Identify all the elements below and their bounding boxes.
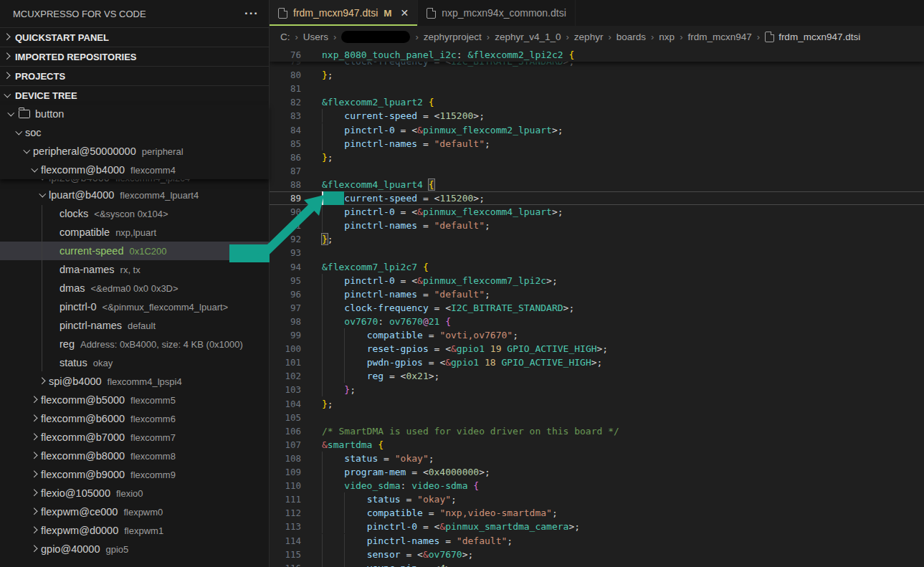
- tree-item-peripheral-50000000[interactable]: peripheral@50000000peripheral: [0, 142, 269, 161]
- line-number[interactable]: 113: [270, 521, 301, 532]
- tree-item-current-speed[interactable]: current-speed0x1C200: [0, 242, 269, 260]
- close-icon[interactable]: ✕: [401, 7, 409, 19]
- tree-item-gpio-40000[interactable]: gpio@40000gpio5: [0, 540, 269, 558]
- code-line-111[interactable]: 111 status = "okay";: [270, 492, 924, 506]
- tab-nxp_mcxn94x_common.dtsi[interactable]: nxp_mcxn94x_common.dtsi: [418, 0, 576, 26]
- code-line-109[interactable]: 109 program-mem = <0x4000000>;: [270, 465, 924, 479]
- code-line-82[interactable]: 82&flexcomm2_lpuart2 {: [270, 95, 924, 109]
- code-line-89[interactable]: 89 current-speed = <115200>;: [270, 191, 924, 205]
- code-line-90[interactable]: 90 pinctrl-0 = <&pinmux_flexcomm4_lpuart…: [270, 205, 924, 219]
- code-line-87[interactable]: 87: [270, 164, 924, 178]
- line-number[interactable]: 80: [270, 70, 301, 80]
- code-line-108[interactable]: 108 status = "okay";: [270, 452, 924, 465]
- tree-item-spi-b4000[interactable]: spi@b4000flexcomm4_lpspi4: [0, 372, 269, 391]
- breadcrumb-item[interactable]: boards: [616, 32, 646, 42]
- tree-item-pinctrl-0[interactable]: pinctrl-0<&pinmux_flexcomm4_lpuart>: [0, 297, 269, 316]
- section-header-projects[interactable]: PROJECTS: [0, 66, 269, 85]
- chevron-right-icon[interactable]: [29, 543, 41, 555]
- line-number[interactable]: 92: [270, 234, 301, 244]
- code-line-101[interactable]: 101 pwdn-gpios = <&gpio1 18 GPIO_ACTIVE_…: [270, 356, 924, 369]
- line-number[interactable]: 90: [270, 206, 301, 217]
- chevron-right-icon[interactable]: [37, 376, 49, 387]
- code-line-81[interactable]: 81: [270, 82, 924, 95]
- breadcrumb-item[interactable]: Users: [303, 32, 328, 42]
- code-line-105[interactable]: 105: [270, 411, 924, 424]
- tree-item-dma-names[interactable]: dma-namesrx, tx: [0, 260, 269, 279]
- code-line-80[interactable]: 80};: [270, 68, 924, 82]
- tree-item-pinctrl-names[interactable]: pinctrl-namesdefault: [0, 316, 269, 335]
- chevron-down-icon[interactable]: [37, 189, 49, 201]
- line-number[interactable]: 110: [270, 480, 301, 491]
- line-number[interactable]: 108: [270, 453, 301, 464]
- section-header-device-tree[interactable]: DEVICE TREE: [0, 85, 269, 105]
- line-number[interactable]: 85: [270, 138, 301, 149]
- code-line-94[interactable]: 94&flexcomm7_lpi2c7 {: [270, 260, 924, 274]
- chevron-down-icon[interactable]: [29, 164, 41, 176]
- breadcrumb-item[interactable]: zephyr: [574, 32, 604, 42]
- code-line-112[interactable]: 112 compatible = "nxp,video-smartdma";: [270, 506, 924, 520]
- chevron-right-icon[interactable]: [29, 450, 41, 462]
- code-line-114[interactable]: 114 pinctrl-names = "default";: [270, 534, 924, 548]
- chevron-down-icon[interactable]: [37, 179, 49, 184]
- chevron-right-icon[interactable]: [29, 487, 41, 499]
- code-line-98[interactable]: 98 ov7670: ov7670@21 {: [270, 315, 924, 328]
- code-line-113[interactable]: 113 pinctrl-0 = <&pinmux_smartdma_camera…: [270, 520, 924, 533]
- tree-item-soc[interactable]: soc: [0, 123, 269, 142]
- section-header-imported-repositories[interactable]: IMPORTED REPOSITORIES: [0, 47, 269, 66]
- tree-item-flexcomm-b7000[interactable]: flexcomm@b7000flexcomm7: [0, 428, 269, 447]
- code-line-107[interactable]: 107&smartdma {: [270, 438, 924, 452]
- code-line-100[interactable]: 100 reset-gpios = <&gpio1 19 GPIO_ACTIVE…: [270, 342, 924, 356]
- line-number[interactable]: 111: [270, 494, 301, 505]
- code-line-116[interactable]: 116 vsync-pin = <4>;: [270, 561, 924, 567]
- tree-item-button[interactable]: button: [0, 105, 269, 123]
- line-number[interactable]: 96: [270, 289, 301, 300]
- code-line-91[interactable]: 91 pinctrl-names = "default";: [270, 219, 924, 232]
- tree-item-compatible[interactable]: compatiblenxp,lpuart: [0, 223, 269, 242]
- line-number[interactable]: 109: [270, 467, 301, 477]
- tree-item-flexcomm-b4000[interactable]: flexcomm@b4000flexcomm4: [0, 161, 269, 179]
- line-number[interactable]: 87: [270, 166, 301, 176]
- chevron-down-icon[interactable]: [14, 127, 25, 138]
- tree-item-flexcomm-b9000[interactable]: flexcomm@b9000flexcomm9: [0, 465, 269, 484]
- code-editor[interactable]: 79 clock-frequency = <I2C_BITRATE_STANDA…: [270, 47, 924, 567]
- line-number[interactable]: 106: [270, 426, 301, 437]
- line-number[interactable]: 114: [270, 535, 301, 546]
- code-line-84[interactable]: 84 pinctrl-0 = <&pinmux_flexcomm2_lpuart…: [270, 123, 924, 137]
- code-line-96[interactable]: 96 pinctrl-names = "default";: [270, 287, 924, 301]
- line-number[interactable]: 86: [270, 152, 301, 163]
- tree-item-dmas[interactable]: dmas<&edma0 0x0 0x3D>: [0, 279, 269, 297]
- chevron-right-icon[interactable]: [29, 506, 41, 518]
- breadcrumb-item[interactable]: nxp: [659, 32, 675, 42]
- line-number[interactable]: 99: [270, 330, 301, 340]
- tree-item-flexcomm-b8000[interactable]: flexcomm@b8000flexcomm8: [0, 447, 269, 465]
- line-number[interactable]: 100: [270, 343, 301, 354]
- chevron-down-icon[interactable]: [6, 108, 17, 120]
- chevron-down-icon[interactable]: [22, 146, 33, 157]
- code-line-83[interactable]: 83 current-speed = <115200>;: [270, 109, 924, 123]
- line-number[interactable]: 91: [270, 220, 301, 231]
- line-number[interactable]: 115: [270, 549, 301, 560]
- tree-item-clocks[interactable]: clocks<&syscon 0x104>: [0, 204, 269, 223]
- code-line-102[interactable]: 102 reg = <0x21>;: [270, 369, 924, 383]
- sticky-scroll-line[interactable]: 76nxp_8080_touch_panel_i2c: &flexcomm2_l…: [270, 47, 924, 62]
- tree-item-reg[interactable]: regAddress: 0xB4000, size: 4 KB (0x1000): [0, 335, 269, 353]
- line-number[interactable]: 102: [270, 371, 301, 381]
- code-line-99[interactable]: 99 compatible = "ovti,ov7670";: [270, 328, 924, 342]
- line-number[interactable]: 83: [270, 110, 301, 121]
- line-number[interactable]: 116: [270, 563, 301, 567]
- line-number[interactable]: 98: [270, 316, 301, 327]
- breadcrumb-file[interactable]: frdm_mcxn947.dtsi: [765, 32, 860, 42]
- chevron-right-icon[interactable]: [29, 413, 41, 424]
- chevron-right-icon[interactable]: [29, 432, 41, 443]
- line-number[interactable]: 89: [270, 193, 301, 204]
- code-line-92[interactable]: 92};: [270, 232, 924, 246]
- chevron-right-icon[interactable]: [29, 525, 41, 536]
- line-number[interactable]: 95: [270, 275, 301, 286]
- tree-item-flexpwm-d0000[interactable]: flexpwm@d0000flexpwm1: [0, 521, 269, 540]
- line-number[interactable]: 105: [270, 412, 301, 423]
- line-number[interactable]: 94: [270, 262, 301, 272]
- code-line-97[interactable]: 97 clock-frequency = <I2C_BITRATE_STANDA…: [270, 301, 924, 315]
- tree-item-flexcomm-b6000[interactable]: flexcomm@b6000flexcomm6: [0, 409, 269, 428]
- breadcrumb-item[interactable]: zephyr_v4_1_0: [495, 32, 561, 42]
- tree-item-lpuart-b4000[interactable]: lpuart@b4000flexcomm4_lpuart4: [0, 186, 269, 204]
